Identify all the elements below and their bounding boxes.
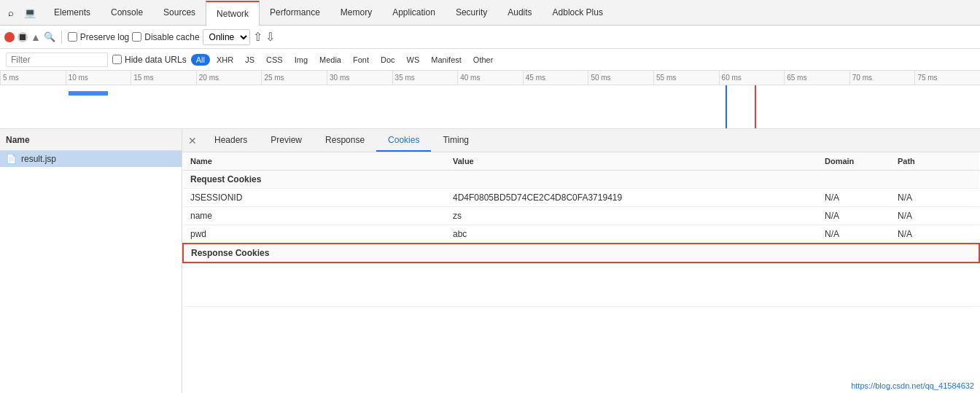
name-column-header: Name xyxy=(6,135,30,145)
filter-type-doc[interactable]: Doc xyxy=(376,54,400,66)
timeline-tick-7: 40 ms xyxy=(457,71,480,85)
export-har-button[interactable]: ⇩ xyxy=(265,30,275,44)
disable-cache-checkbox[interactable] xyxy=(132,32,141,42)
cookies-header-row: Name Value Domain Path xyxy=(183,152,979,171)
cookie-path: N/A xyxy=(890,225,979,244)
top-tab-adblock-plus[interactable]: Adblock Plus xyxy=(542,0,613,25)
separator xyxy=(61,31,62,44)
timeline-tick-5: 30 ms xyxy=(327,71,349,85)
timeline-tick-2: 15 ms xyxy=(131,71,153,85)
response-cookies-empty-row xyxy=(183,262,979,306)
cookie-name: JSESSIONID xyxy=(183,189,446,207)
file-icon: 📄 xyxy=(6,154,17,164)
top-tab-memory[interactable]: Memory xyxy=(330,0,382,25)
cookie-row[interactable]: namezsN/AN/A xyxy=(183,207,979,225)
cookie-path: N/A xyxy=(890,207,979,225)
timeline-tick-3: 20 ms xyxy=(196,71,219,85)
disable-cache-text: Disable cache xyxy=(144,32,199,42)
inner-tab-response[interactable]: Response xyxy=(314,129,376,152)
inner-tab-preview[interactable]: Preview xyxy=(259,129,314,152)
main-area: Name 📄 result.jsp ✕ HeadersPreviewRespon… xyxy=(0,129,980,393)
value-header: Value xyxy=(446,152,817,171)
filter-type-buttons: AllXHRJSCSSImgMediaFontDocWSManifestOthe… xyxy=(191,54,499,66)
timeline-tick-13: 70 ms xyxy=(849,71,872,85)
cookie-name: name xyxy=(183,207,446,225)
filter-type-other[interactable]: Other xyxy=(468,54,499,66)
hide-data-urls-label[interactable]: Hide data URLs xyxy=(112,55,187,65)
inner-tab-timing[interactable]: Timing xyxy=(431,129,481,152)
cookie-domain: N/A xyxy=(817,207,890,225)
cookie-row[interactable]: pwdabcN/AN/A xyxy=(183,225,979,244)
disable-cache-label[interactable]: Disable cache xyxy=(132,32,199,42)
timeline-tick-11: 60 ms xyxy=(719,71,742,85)
hide-data-urls-checkbox[interactable] xyxy=(112,55,122,64)
cookie-row[interactable]: JSESSIONID4D4F0805BD5D74CE2C4D8C0FA37194… xyxy=(183,189,979,207)
search-icon: 🔍 xyxy=(44,31,55,42)
timeline-tick-6: 35 ms xyxy=(392,71,415,85)
preserve-log-label[interactable]: Preserve log xyxy=(68,32,129,42)
top-tab-network[interactable]: Network xyxy=(206,1,260,26)
inner-tab-bar: ✕ HeadersPreviewResponseCookiesTiming xyxy=(182,129,980,152)
inner-tabs-container: HeadersPreviewResponseCookiesTiming xyxy=(203,129,481,152)
left-panel: Name 📄 result.jsp xyxy=(0,129,182,393)
filter-type-css[interactable]: CSS xyxy=(261,54,288,66)
top-tab-bar: ElementsConsoleSourcesNetworkPerformance… xyxy=(0,0,980,26)
network-throttle-select[interactable]: Online xyxy=(203,29,250,45)
preserve-log-checkbox[interactable] xyxy=(68,32,77,42)
filter-icon: ▲ xyxy=(31,31,41,43)
timeline-tick-10: 55 ms xyxy=(653,71,676,85)
hide-data-urls-text: Hide data URLs xyxy=(125,55,187,65)
file-row[interactable]: 📄 result.jsp xyxy=(0,151,182,167)
filter-type-ws[interactable]: WS xyxy=(402,54,425,66)
top-tab-console[interactable]: Console xyxy=(101,0,153,25)
inner-tab-headers[interactable]: Headers xyxy=(203,129,259,152)
filter-type-img[interactable]: Img xyxy=(289,54,313,66)
timeline-tick-8: 45 ms xyxy=(523,71,545,85)
filter-type-xhr[interactable]: XHR xyxy=(211,54,238,66)
filter-input[interactable] xyxy=(6,52,108,67)
timeline-bar xyxy=(69,91,108,96)
url-hint: https://blog.csdn.net/qq_41584632 xyxy=(851,381,974,390)
timeline-body xyxy=(0,85,980,129)
filter-type-all[interactable]: All xyxy=(191,54,210,66)
top-tab-application[interactable]: Application xyxy=(382,0,446,25)
record-button[interactable] xyxy=(4,32,15,42)
response-cookies-header-row: Response Cookies xyxy=(183,244,979,262)
top-tab-sources[interactable]: Sources xyxy=(153,0,206,25)
cookie-value: zs xyxy=(446,207,817,225)
cookies-table: Name Value Domain Path Request CookiesJS… xyxy=(182,152,980,393)
timeline-tick-0: 5 ms xyxy=(0,71,19,85)
inspect-icon[interactable]: ⌕ xyxy=(3,4,19,20)
inner-tab-cookies[interactable]: Cookies xyxy=(376,129,431,152)
filter-type-js[interactable]: JS xyxy=(240,54,260,66)
import-har-button[interactable]: ⇧ xyxy=(253,30,262,44)
top-tab-elements[interactable]: Elements xyxy=(44,0,101,25)
timeline-tick-1: 10 ms xyxy=(66,71,88,85)
filter-type-font[interactable]: Font xyxy=(348,54,374,66)
top-tab-performance[interactable]: Performance xyxy=(260,0,330,25)
file-name: result.jsp xyxy=(21,154,56,164)
right-panel: ✕ HeadersPreviewResponseCookiesTiming Na… xyxy=(182,129,980,393)
top-tab-audits[interactable]: Audits xyxy=(497,0,542,25)
timeline-tick-12: 65 ms xyxy=(784,71,806,85)
filter-type-manifest[interactable]: Manifest xyxy=(426,54,467,66)
timeline-tick-9: 50 ms xyxy=(588,71,610,85)
path-header: Path xyxy=(890,152,979,171)
domain-header: Domain xyxy=(817,152,890,171)
cookie-value: 4D4F0805BD5D74CE2C4D8C0FA3719419 xyxy=(446,189,817,207)
device-icon[interactable]: 💻 xyxy=(22,4,38,20)
request-cookies-label: Request Cookies xyxy=(183,171,979,189)
cookies-table-body: Request CookiesJSESSIONID4D4F0805BD5D74C… xyxy=(183,171,979,307)
cookie-name: pwd xyxy=(183,225,446,244)
request-cookies-header-row: Request Cookies xyxy=(183,171,979,189)
cookies-data-table: Name Value Domain Path Request CookiesJS… xyxy=(182,152,980,307)
cookies-table-head: Name Value Domain Path xyxy=(183,152,979,171)
stop-button[interactable] xyxy=(18,32,28,42)
response-cookies-label: Response Cookies xyxy=(183,244,979,262)
name-header: Name xyxy=(183,152,446,171)
close-detail-button[interactable]: ✕ xyxy=(182,135,203,147)
top-tab-security[interactable]: Security xyxy=(446,0,497,25)
filter-type-media[interactable]: Media xyxy=(314,54,346,66)
timeline-tick-14: 75 ms xyxy=(914,71,937,85)
timeline-area: 5 ms10 ms15 ms20 ms25 ms30 ms35 ms40 ms4… xyxy=(0,71,980,129)
